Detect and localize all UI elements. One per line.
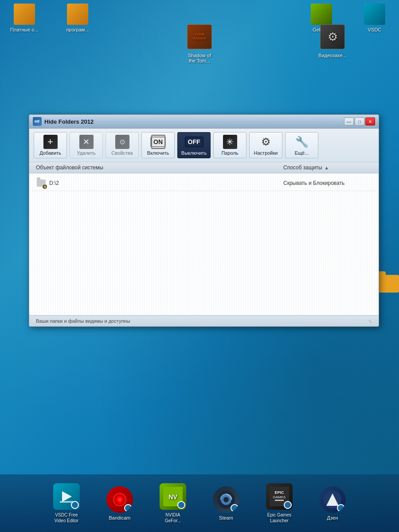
epic-label: Epic GamesLauncher — [267, 512, 291, 524]
settings-button[interactable]: ⚙ Настройки — [249, 132, 282, 158]
taskbar-icon-dzen[interactable]: Дзен — [313, 486, 352, 520]
file-path: D:\2 — [49, 180, 283, 186]
desktop-icon-label: Платные о... — [10, 27, 39, 32]
window-titlebar: HF Hide Folders 2012 — □ ✕ — [29, 115, 379, 129]
delete-button[interactable]: ✕ Удалить — [70, 132, 103, 158]
sort-arrow-icon: ▲ — [325, 165, 329, 170]
close-button[interactable]: ✕ — [365, 117, 375, 125]
add-button[interactable]: + Добавить — [34, 132, 67, 158]
status-bar: Ваши папки и файлы видимы и доступны ⤡ — [29, 315, 379, 326]
taskbar-icon-steam[interactable]: Steam — [206, 486, 246, 520]
steam-icon — [213, 486, 239, 513]
nvidia-icon: NV — [160, 483, 186, 510]
folder-right-edge[interactable] — [377, 275, 399, 293]
window-title: Hide Folders 2012 — [44, 118, 344, 125]
svg-rect-13 — [275, 500, 284, 501]
vsdc-label: VSDC FreeVideo Editor — [55, 512, 78, 524]
file-icon: 🔒 — [36, 178, 47, 188]
maximize-button[interactable]: □ — [355, 117, 364, 125]
svg-marker-0 — [62, 491, 72, 502]
lock-icon: 🔒 — [42, 184, 47, 189]
taskbar-icon-bandicam[interactable]: Bandicam — [100, 486, 140, 520]
col-filesystem-header: Объект файловой системы — [36, 164, 283, 171]
svg-text:GAMES: GAMES — [273, 495, 286, 499]
svg-text:NV: NV — [168, 493, 177, 501]
dzen-badge — [337, 504, 345, 512]
vsdc-badge — [71, 501, 79, 509]
bandicam-label: Bandicam — [109, 515, 131, 520]
desktop-icon-label: Shadow ofthe Tom... — [188, 53, 211, 63]
svg-text:EPIC: EPIC — [274, 490, 284, 495]
hide-folders-window: HF Hide Folders 2012 — □ ✕ + Добавить ✕ … — [29, 114, 379, 327]
taskbar-icon-epic[interactable]: EPIC GAMES Epic GamesLauncher — [259, 483, 299, 524]
desktop-icon-label: Видеозахе... — [318, 53, 347, 58]
status-text: Ваши папки и файлы видимы и доступны — [36, 318, 130, 324]
svg-rect-1 — [60, 501, 73, 503]
nvidia-badge — [177, 501, 185, 509]
desktop-icon-videocap[interactable]: ⚙ Видеозахе... — [315, 24, 350, 58]
vsdc-icon — [53, 483, 80, 510]
epic-badge — [284, 501, 292, 509]
desktop-icon-shadow[interactable]: TOMBRAIDER Shadow ofthe Tom... — [182, 24, 217, 63]
table-content: 🔒 D:\2 Скрывать и Блокировать — [29, 173, 379, 315]
dzen-icon — [319, 486, 346, 513]
taskbar-icon-vsdc[interactable]: VSDC FreeVideo Editor — [47, 483, 86, 524]
svg-point-9 — [223, 497, 229, 502]
svg-point-4 — [118, 498, 121, 501]
enable-button[interactable]: ON Включить — [141, 132, 175, 158]
window-toolbar: + Добавить ✕ Удалить ⚙ Свойства ON Включ… — [29, 129, 379, 162]
file-protection: Скрывать и Блокировать — [283, 180, 372, 186]
password-button[interactable]: ✳ Пароль — [213, 132, 246, 158]
table-header: Объект файловой системы Способ защиты ▲ — [29, 162, 379, 173]
desktop-icon-label: VSDC — [368, 27, 382, 32]
nvidia-label: NVIDIAGeFor... — [165, 512, 181, 524]
desktop-icon-platnie[interactable]: Платные о... — [7, 4, 42, 32]
disable-button[interactable]: OFF Выключить — [177, 132, 211, 158]
col-protection-header: Способ защиты ▲ — [283, 164, 372, 171]
bandicam-icon — [106, 486, 133, 513]
dzen-label: Дзен — [327, 515, 338, 520]
taskbar-icon-nvidia[interactable]: NV NVIDIAGeFor... — [153, 483, 193, 524]
more-button[interactable]: 🔧 Ещё... — [285, 132, 318, 158]
taskbar: VSDC FreeVideo Editor Bandicam NV NVIDIA… — [0, 474, 399, 532]
steam-label: Steam — [219, 515, 233, 520]
properties-button[interactable]: ⚙ Свойства — [106, 132, 139, 158]
desktop-icon-label: програм... — [66, 27, 89, 32]
table-row[interactable]: 🔒 D:\2 Скрывать и Блокировать — [31, 176, 376, 191]
window-title-icon: HF — [33, 117, 42, 126]
epic-icon: EPIC GAMES — [266, 483, 293, 510]
window-controls: — □ ✕ — [344, 117, 375, 125]
desktop-icon-vsdc-top[interactable]: VSDC — [357, 4, 392, 32]
desktop-icon-program[interactable]: програм... — [60, 4, 95, 32]
bandicam-badge — [124, 504, 132, 512]
minimize-button[interactable]: — — [344, 117, 354, 125]
steam-badge — [231, 504, 239, 512]
resize-handle[interactable]: ⤡ — [368, 319, 372, 324]
